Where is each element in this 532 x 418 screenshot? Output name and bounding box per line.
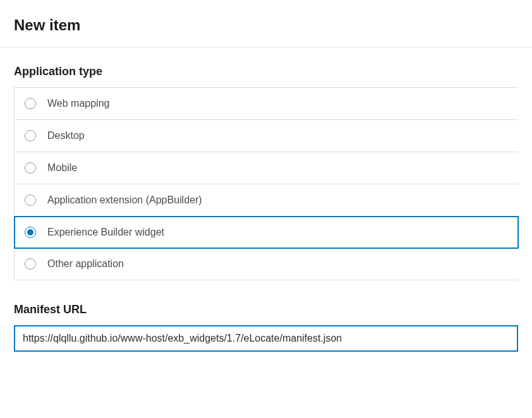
application-type-option-list: Web mapping Desktop Mobile Application e… xyxy=(14,87,518,280)
option-web-mapping[interactable]: Web mapping xyxy=(15,88,518,120)
manifest-url-section: Manifest URL xyxy=(0,280,532,352)
option-label: Desktop xyxy=(47,130,85,141)
option-mobile[interactable]: Mobile xyxy=(15,152,518,184)
radio-icon xyxy=(25,227,36,238)
radio-icon xyxy=(25,162,36,174)
option-label: Mobile xyxy=(47,162,77,174)
manifest-url-input-wrap xyxy=(14,325,518,352)
option-experience-builder-widget[interactable]: Experience Builder widget xyxy=(14,216,519,249)
option-label: Web mapping xyxy=(47,98,109,109)
option-label: Experience Builder widget xyxy=(47,227,164,238)
option-other-application[interactable]: Other application xyxy=(15,248,518,280)
radio-icon xyxy=(25,98,36,109)
manifest-url-title: Manifest URL xyxy=(14,303,518,316)
option-application-extension[interactable]: Application extension (AppBuilder) xyxy=(15,184,518,217)
manifest-url-input[interactable] xyxy=(15,326,517,350)
application-type-section: Application type Web mapping Desktop Mob… xyxy=(0,47,532,280)
application-type-title: Application type xyxy=(14,65,518,78)
radio-icon xyxy=(25,258,36,270)
dialog-header: New item xyxy=(0,0,532,47)
option-label: Application extension (AppBuilder) xyxy=(47,194,202,206)
page-title: New item xyxy=(14,16,518,34)
radio-icon xyxy=(25,194,36,206)
option-label: Other application xyxy=(47,258,124,270)
radio-icon xyxy=(25,130,36,141)
option-desktop[interactable]: Desktop xyxy=(15,120,518,152)
